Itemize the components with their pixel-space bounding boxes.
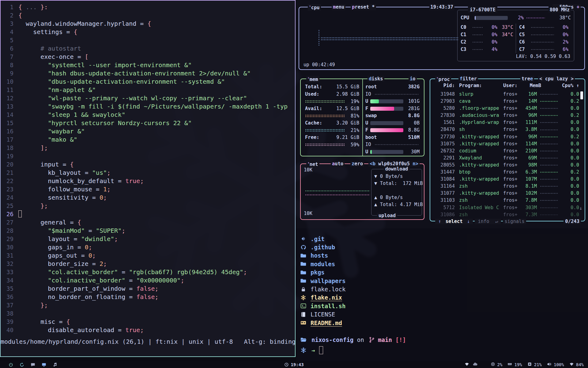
editor-line[interactable]: 24sensitivity = 0;	[1, 194, 295, 202]
process-row[interactable]: 31086zshfros+7.3M0.0	[430, 211, 585, 218]
stat-volume[interactable]: 100%	[547, 362, 564, 367]
net-zero-button[interactable]: zero	[350, 161, 364, 167]
stat-wifi[interactable]: 84%	[569, 362, 584, 367]
tab-proc[interactable]: ⁴proc	[435, 76, 451, 82]
stat-memory[interactable]: 19%	[507, 362, 522, 367]
stat-disk[interactable]: 21%	[527, 362, 542, 367]
cloud-icon[interactable]	[473, 362, 477, 367]
display-icon[interactable]	[42, 362, 46, 367]
editor-line[interactable]: 2{	[1, 11, 295, 20]
editor-line[interactable]: 10"dbus-update-activation-environment --…	[1, 78, 295, 86]
code-text: misc = {	[18, 318, 70, 326]
process-row[interactable]: 31103zshfros+7.8M0.0	[430, 197, 585, 204]
tab-mem[interactable]: ²mem	[306, 76, 319, 82]
editor-line[interactable]: 13"swaybg -m fill -i $(find ~/Pictures/w…	[1, 102, 295, 111]
editor-line[interactable]: 21kb_layout = "us";	[1, 169, 295, 177]
editor-line[interactable]: 6# autostart	[1, 44, 295, 53]
editor-line[interactable]: 12"wl-paste --primary --watch wl-copy --…	[1, 94, 295, 102]
editor-line[interactable]: 25};	[1, 202, 295, 210]
wifi-icon[interactable]	[465, 362, 469, 367]
process-row[interactable]: 5712Isolated Web Cfros+303M0.0	[430, 204, 585, 211]
process-row[interactable]: 31164zshfros+8.1M0.0	[430, 183, 585, 190]
music-icon[interactable]	[53, 362, 57, 367]
editor-line[interactable]: 38	[1, 309, 295, 318]
process-row[interactable]: 27730.kitty-wrappedfros+96M0.2	[430, 133, 585, 140]
taskbar-clock-module[interactable]: 19:43	[284, 362, 303, 367]
token: "waybar &"	[48, 128, 85, 135]
editor-line[interactable]: 1{ ... }:	[1, 3, 295, 11]
mem-stat-graph	[305, 129, 345, 132]
token: true	[125, 177, 140, 185]
process-row[interactable]: 5280.floorp-wrappefros+454M0.0	[430, 105, 585, 112]
process-row[interactable]: 31447btopfros+6.3M0.2	[430, 169, 585, 176]
tab-cpu[interactable]: ¹cpu	[308, 4, 321, 11]
editor-line[interactable]: 3wayland.windowManager.hyprland = {	[1, 20, 295, 28]
editor-line[interactable]: 19	[1, 152, 295, 160]
power-icon[interactable]	[9, 362, 13, 367]
net-auto-button[interactable]: auto	[331, 161, 345, 167]
io-toggle[interactable]: io	[409, 76, 417, 82]
editor-line[interactable]: 27general = {	[1, 218, 295, 227]
chat-icon[interactable]	[31, 362, 35, 367]
process-row[interactable]: 28470shfros+3.8M0.0	[430, 126, 585, 133]
editor-line[interactable]: 20input = {	[1, 160, 295, 169]
proc-columns-header[interactable]: Pid: Program: User: MemB Cpu% ↑	[434, 83, 579, 88]
editor-line[interactable]: 26	[1, 210, 295, 218]
editor-line[interactable]: 22numlock_by_default = true;	[1, 177, 295, 185]
process-row[interactable]: 2291Xwaylandfros+69M0.0	[430, 155, 585, 162]
editor-line[interactable]: 31gaps_out = 0;	[1, 251, 295, 260]
editor-line[interactable]: 7exec-once = [	[1, 53, 295, 61]
editor-line[interactable]: 11"nm-applet &"	[1, 86, 295, 94]
editor-line[interactable]: 40disable_autoreload = true;	[1, 326, 295, 334]
editor-line[interactable]: 4settings = {	[1, 28, 295, 36]
proc-info-button[interactable]: info ↵	[475, 219, 501, 224]
process-row[interactable]: 31077.kitty-wrappedfros+102M0.0	[430, 190, 585, 197]
disks-toggle[interactable]: disks	[368, 76, 384, 82]
editor-line[interactable]: 32border_size = 2;	[1, 260, 295, 268]
editor-line[interactable]: 34"col.inactive_border" = "0x00000000";	[1, 276, 295, 285]
editor-line[interactable]: 28"$mainMod" = "SUPER";	[1, 227, 295, 235]
proc-sort-selector[interactable]: < cpu lazy >	[538, 76, 575, 82]
editor-line[interactable]: 8"systemctl --user import-environment &"	[1, 61, 295, 69]
core-pct: 0%	[485, 31, 497, 38]
editor-line[interactable]: 14"sleep 1 && swaylock"	[1, 111, 295, 119]
prompt-input-line[interactable]: →	[300, 346, 323, 354]
menu-button[interactable]: menu	[332, 4, 345, 10]
net-interface-switcher[interactable]: <b wlp0s20f0u5 n>	[368, 161, 420, 167]
stat-chip[interactable]: 2%	[491, 362, 503, 367]
restart-icon[interactable]	[20, 362, 24, 367]
editor-line[interactable]: 36no_border_on_floating = false;	[1, 293, 295, 301]
editor-line[interactable]: 15"hyprctl setcursor Nordzy-cursors 22 &…	[1, 119, 295, 127]
process-row[interactable]: 31084.kitty-wrappedfros+107M0.0	[430, 176, 585, 183]
editor-line[interactable]: 18];	[1, 144, 295, 152]
proc-select-button[interactable]: ↑ select ↓	[435, 219, 473, 224]
editor-line[interactable]: 35border_part_of_window = false;	[1, 285, 295, 293]
proc-scrollbar-thumb[interactable]	[580, 91, 583, 99]
process-row[interactable]: 26732codiumfros+210M0.0	[430, 148, 585, 155]
process-row[interactable]: 28055.kitty-wrappedfros+98M0.0	[430, 162, 585, 169]
preset-button[interactable]: preset *	[351, 4, 376, 10]
process-row[interactable]: 31948slurpfros+16M0.0	[430, 91, 585, 98]
editor-line[interactable]: 29layout = "dwindle";	[1, 235, 295, 243]
process-row[interactable]: 31075.kitty-wrappedfros+114M0.0	[430, 140, 585, 148]
editor-line[interactable]: 37};	[1, 301, 295, 309]
disk-meter-row: U101G	[365, 98, 420, 105]
editor-lines[interactable]: 1{ ... }:2{3wayland.windowManager.hyprla…	[1, 3, 295, 334]
editor-line[interactable]: 39misc = {	[1, 318, 295, 326]
process-row[interactable]: 1561.Hyprland-wrapfros+111M0.0	[430, 119, 585, 126]
proc-tree-button[interactable]: tree	[520, 76, 534, 82]
editor-line[interactable]: 17"mako &"	[1, 136, 295, 144]
process-row[interactable]: 27903cavafros+14M0.2	[430, 98, 585, 105]
editor-line[interactable]: 5	[1, 36, 295, 44]
code-text: input = {	[18, 160, 74, 169]
editor-line[interactable]: 23follow_mouse = 1;	[1, 185, 295, 194]
proc-signals-button[interactable]: signals	[503, 219, 526, 224]
btop-clock: 19:43:37	[429, 4, 454, 10]
editor-line[interactable]: 9"hash dbus-update-activation-environmen…	[1, 69, 295, 78]
editor-line[interactable]: 33"col.active_border" = "rgb(cba6f7) rgb…	[1, 268, 295, 276]
editor-line[interactable]: 16"waybar &"	[1, 127, 295, 136]
editor-line[interactable]: 30gaps_in = 0;	[1, 243, 295, 251]
process-row[interactable]: 27830.audacious-wrafros+96M0.2	[430, 112, 585, 119]
proc-filter-button[interactable]: filter	[458, 76, 478, 82]
tab-net[interactable]: ³net	[306, 161, 319, 167]
